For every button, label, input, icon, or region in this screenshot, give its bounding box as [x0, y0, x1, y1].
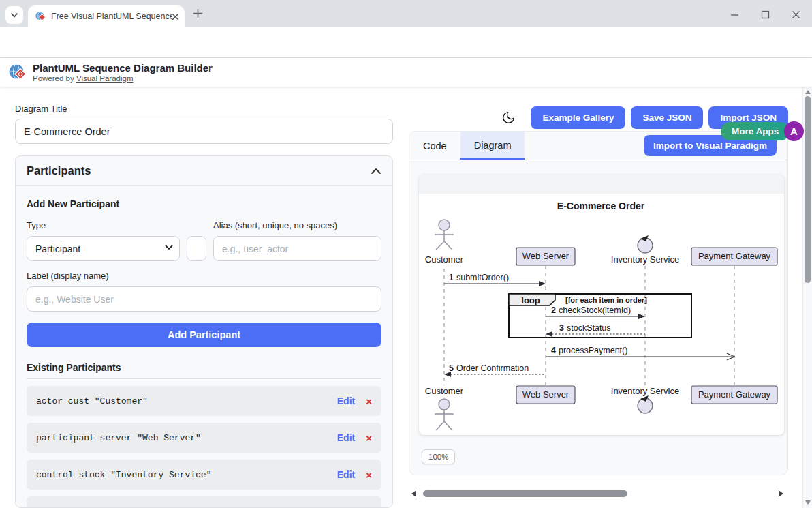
tab-code[interactable]: Code: [409, 132, 460, 160]
more-apps-button[interactable]: More Apps: [721, 122, 790, 140]
participant-code: participant server "Web Server": [36, 433, 337, 443]
horizontal-scroll-track[interactable]: [416, 488, 779, 499]
tab-title: Free Visual PlantUML Sequence: [51, 12, 172, 21]
participants-panel-header[interactable]: Participants: [16, 156, 392, 186]
browser-toolbar: ai-toolbox.visual-paradigm.com/app/plant…: [0, 27, 812, 58]
message-3-label: 3stockStatus: [559, 323, 611, 333]
alias-label: Alias (short, unique, no spaces): [213, 220, 381, 230]
message-1-label: 1submitOrder(): [449, 273, 509, 282]
participant-label-customer: Customer: [425, 254, 464, 265]
participant-row: control stock "Inventory Service" Edit ×: [27, 460, 381, 490]
diagram-title-input[interactable]: [15, 119, 393, 144]
diagram-viewer: E-Commerce Order Customer Web Server Inv…: [419, 175, 784, 435]
participant-label-inventory-service: Inventory Service: [611, 254, 679, 265]
minimize-icon: [730, 10, 739, 19]
moon-icon: [501, 110, 516, 125]
actor-figure-top: [435, 220, 454, 250]
alias-field: Alias (short, unique, no spaces): [213, 220, 381, 261]
browser-tab[interactable]: Free Visual PlantUML Sequence: [28, 5, 185, 27]
chevron-down-icon: [10, 11, 18, 19]
message-2-arrowhead: [638, 314, 645, 319]
tab-search-button[interactable]: [5, 6, 23, 24]
participants-panel-body: Add New Participant Type Participant Ali…: [16, 186, 392, 508]
message-4-label: 4processPayment(): [551, 346, 627, 355]
example-gallery-button[interactable]: Example Gallery: [531, 106, 625, 129]
chevron-up-icon[interactable]: [371, 167, 381, 175]
participant-label-customer-bottom: Customer: [425, 386, 464, 396]
display-name-input[interactable]: [27, 286, 381, 312]
new-tab-button[interactable]: [193, 8, 203, 18]
visual-paradigm-link[interactable]: Visual Paradigm: [76, 74, 134, 83]
participant-label-inventory-service-bottom: Inventory Service: [611, 386, 679, 396]
participant-type-select[interactable]: Participant: [27, 236, 180, 261]
delete-participant-icon[interactable]: ×: [366, 470, 372, 480]
participant-label-payment-gateway: Payment Gateway: [698, 251, 771, 261]
edit-participant-button[interactable]: Edit: [337, 395, 355, 406]
scroll-up-arrow-icon[interactable]: [805, 90, 811, 94]
diagram-title: E-Commerce Order: [557, 200, 645, 211]
edit-participant-button[interactable]: Edit: [337, 432, 355, 443]
divider: [27, 378, 381, 379]
scroll-down-arrow-icon[interactable]: [805, 500, 811, 505]
tab-diagram[interactable]: Diagram: [460, 132, 525, 160]
diagram-canvas: E-Commerce Order Customer Web Server Inv…: [419, 194, 784, 435]
existing-participants-heading: Existing Participants: [27, 362, 381, 373]
participant-label-payment-gateway-bottom: Payment Gateway: [698, 389, 771, 400]
save-json-button[interactable]: Save JSON: [631, 106, 703, 129]
powered-by: Powered by Visual Paradigm: [33, 74, 213, 83]
add-participant-button[interactable]: Add Participant: [27, 323, 381, 347]
plus-icon: [193, 8, 203, 18]
browser-tab-strip: Free Visual PlantUML Sequence: [0, 0, 812, 27]
user-avatar[interactable]: A: [784, 121, 804, 141]
app-title: PlantUML Sequence Diagram Builder: [33, 63, 213, 74]
app-header: PlantUML Sequence Diagram Builder Powere…: [0, 58, 812, 87]
preview-card: Code Diagram Import to Visual Paradigm E…: [409, 131, 788, 475]
browser-window: Free Visual PlantUML Sequence ai-toolbox…: [0, 0, 812, 508]
scroll-right-arrow-icon[interactable]: [779, 490, 783, 497]
participant-form-row: Type Participant Alias (short, unique, n…: [27, 220, 381, 261]
message-2-label: 2checkStock(itemId): [551, 305, 631, 315]
delete-participant-icon[interactable]: ×: [366, 396, 372, 406]
dark-mode-toggle[interactable]: [500, 109, 517, 126]
participant-code: control stock "Inventory Service": [36, 470, 337, 480]
alias-input[interactable]: [213, 236, 381, 261]
participant-label-web-server: Web Server: [522, 251, 569, 261]
window-close-button[interactable]: [785, 8, 806, 20]
add-new-participant-heading: Add New Participant: [27, 198, 381, 209]
participant-color-box[interactable]: [187, 236, 206, 261]
horizontal-scrollbar[interactable]: [411, 488, 783, 499]
loop-guard: [for each item in order]: [565, 296, 647, 304]
participant-label-web-server-bottom: Web Server: [522, 389, 569, 400]
window-minimize-button[interactable]: [724, 8, 745, 20]
loop-label: loop: [521, 295, 540, 305]
control-icon-top: [638, 235, 653, 253]
app-title-block: PlantUML Sequence Diagram Builder Powere…: [33, 63, 213, 83]
participant-code: actor cust "Customer": [36, 396, 337, 406]
type-label: Type: [27, 220, 180, 230]
participants-title: Participants: [27, 164, 91, 177]
horizontal-scroll-thumb[interactable]: [423, 490, 627, 497]
vertical-scrollbar[interactable]: [802, 87, 812, 508]
participant-row: actor cust "Customer" Edit ×: [27, 386, 381, 416]
message-5-arrowhead: [444, 372, 451, 377]
scroll-left-arrow-icon[interactable]: [411, 490, 416, 497]
participant-row: participant server "Web Server" Edit ×: [27, 423, 381, 453]
display-name-label: Label (display name): [27, 271, 381, 281]
control-icon-bottom: [638, 395, 653, 413]
message-1-arrowhead: [539, 281, 546, 286]
actor-figure-bottom: [435, 399, 454, 430]
site-favicon: [35, 11, 46, 22]
tab-close-icon[interactable]: [172, 13, 179, 20]
zoom-level-badge[interactable]: 100%: [422, 449, 455, 464]
window-maximize-button[interactable]: [755, 8, 775, 20]
vertical-scroll-thumb[interactable]: [805, 96, 811, 283]
edit-participant-button[interactable]: Edit: [337, 469, 355, 480]
type-field: Type Participant: [27, 220, 180, 261]
sequence-diagram: E-Commerce Order Customer Web Server Inv…: [419, 194, 784, 435]
participants-panel: Participants Add New Participant Type Pa…: [15, 155, 393, 508]
participant-row: participant payment "Payment Gateway" Ed…: [27, 496, 381, 508]
delete-participant-icon[interactable]: ×: [366, 433, 372, 443]
diagram-title-label: Diagram Title: [15, 104, 67, 114]
message-3-arrowhead: [546, 331, 552, 337]
maximize-icon: [761, 10, 770, 19]
